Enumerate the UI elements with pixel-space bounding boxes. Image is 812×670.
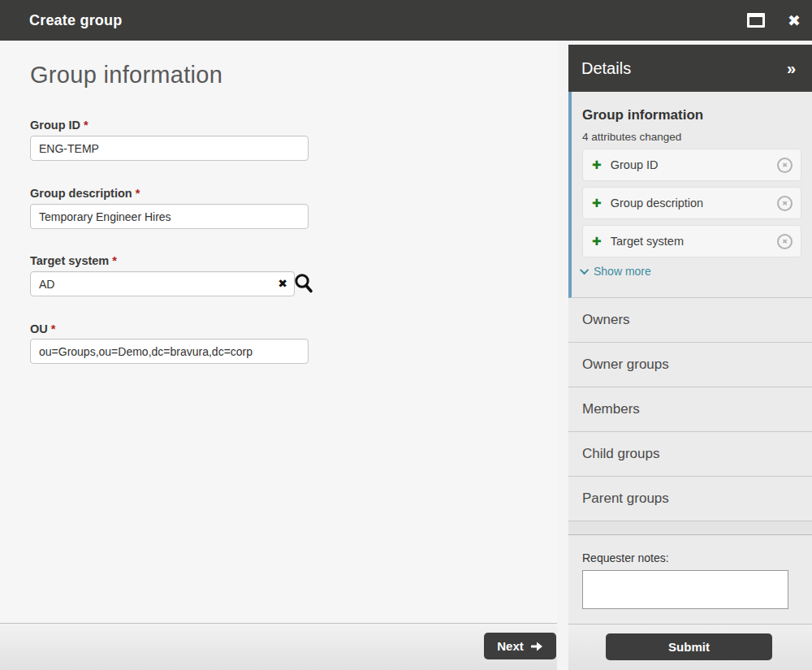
titlebar: Create group ✖ — [0, 0, 812, 41]
group-description-input[interactable] — [30, 204, 309, 229]
clear-icon[interactable]: ✖ — [278, 278, 287, 289]
main-footer: Next — [0, 623, 557, 670]
ou-label-text: OU — [30, 322, 48, 335]
show-more-link[interactable]: Show more — [582, 265, 801, 278]
section-label: Child groups — [582, 446, 659, 462]
sidebar-section-parent-groups[interactable]: Parent groups — [568, 477, 812, 521]
required-asterisk: * — [51, 322, 56, 335]
plus-icon: ✚ — [592, 235, 602, 248]
chip-label: Target system — [611, 235, 684, 248]
sidebar-section-members[interactable]: Members — [568, 387, 812, 432]
section-label: Owners — [582, 312, 630, 328]
details-sidebar: Details » Group information 4 attributes… — [568, 41, 812, 670]
sidebar-spacer — [568, 521, 812, 535]
next-button[interactable]: Next — [484, 633, 556, 659]
maximize-icon[interactable] — [747, 13, 765, 28]
group-id-label-text: Group ID — [30, 119, 80, 132]
show-more-label: Show more — [594, 265, 651, 278]
sidebar-section-group-information: Group information 4 attributes changed ✚… — [568, 92, 812, 298]
details-title: Details — [581, 59, 631, 78]
plus-icon: ✚ — [592, 197, 602, 210]
target-system-field: ✖ — [30, 271, 295, 296]
changed-attribute-chip: ✚ Group ID ✖ — [582, 149, 801, 181]
undo-change-icon[interactable]: ✖ — [777, 234, 793, 249]
dialog-title: Create group — [29, 12, 122, 29]
details-header[interactable]: Details » — [568, 45, 812, 92]
page-title: Group information — [30, 62, 222, 89]
required-asterisk: * — [136, 187, 140, 200]
requester-notes-input[interactable] — [582, 570, 788, 609]
main-panel: Group information Group ID* Group descri… — [0, 41, 557, 670]
titlebar-icons: ✖ — [747, 0, 801, 41]
target-system-label-text: Target system — [30, 254, 109, 267]
submit-button-label: Submit — [668, 640, 710, 654]
submit-button[interactable]: Submit — [606, 633, 772, 660]
chip-label: Group ID — [611, 158, 659, 171]
requester-notes-label: Requester notes: — [582, 551, 798, 564]
attributes-changed-status: 4 attributes changed — [582, 131, 801, 143]
chevron-down-icon — [580, 266, 589, 274]
undo-change-icon[interactable]: ✖ — [777, 196, 793, 211]
sidebar-section-owner-groups[interactable]: Owner groups — [568, 343, 812, 387]
search-icon[interactable] — [294, 273, 313, 294]
sidebar-section-owners[interactable]: Owners — [568, 298, 812, 343]
target-system-label: Target system* — [30, 254, 117, 267]
plus-icon: ✚ — [592, 158, 602, 171]
collapse-sidebar-icon[interactable]: » — [787, 59, 796, 78]
panel-gap — [557, 41, 568, 670]
group-description-label-text: Group description — [30, 187, 132, 200]
group-id-label: Group ID* — [30, 119, 89, 132]
target-system-input[interactable] — [30, 271, 295, 296]
close-icon[interactable]: ✖ — [788, 13, 801, 28]
sidebar-footer: Submit — [568, 624, 812, 670]
ou-label: OU* — [30, 322, 55, 335]
changed-attribute-chip: ✚ Target system ✖ — [582, 225, 801, 257]
sidebar-section-child-groups[interactable]: Child groups — [568, 432, 812, 477]
arrow-right-icon — [531, 642, 543, 651]
section-label: Parent groups — [582, 491, 669, 507]
section-label: Members — [582, 401, 640, 417]
ou-input[interactable] — [30, 339, 309, 364]
undo-change-icon[interactable]: ✖ — [777, 158, 793, 173]
required-asterisk: * — [112, 254, 117, 267]
chip-label: Group description — [611, 197, 703, 210]
changed-attribute-chip: ✚ Group description ✖ — [582, 187, 801, 219]
section-label: Owner groups — [582, 357, 669, 373]
requester-notes-area: Requester notes: — [568, 535, 812, 612]
group-information-title[interactable]: Group information — [582, 92, 801, 123]
required-asterisk: * — [84, 119, 89, 132]
next-button-label: Next — [497, 639, 524, 653]
group-id-input[interactable] — [30, 136, 309, 161]
group-description-label: Group description* — [30, 187, 140, 200]
create-group-dialog: Create group ✖ Group information Group I… — [0, 0, 812, 670]
